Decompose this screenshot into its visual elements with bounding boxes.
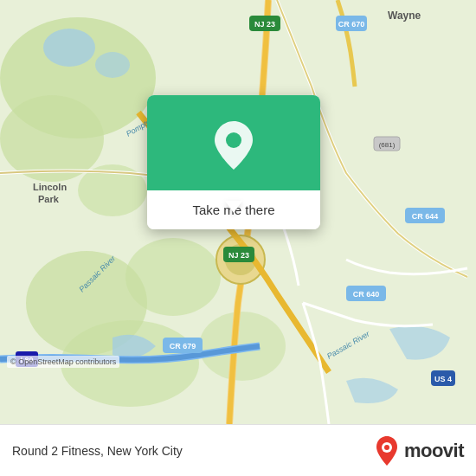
svg-text:NJ 23: NJ 23 [228, 251, 249, 260]
moovit-pin-icon [375, 435, 399, 466]
svg-text:CR 679: CR 679 [170, 342, 196, 351]
svg-text:Wayne: Wayne [388, 10, 421, 22]
moovit-logo: moovit [375, 435, 464, 466]
svg-text:CR 670: CR 670 [338, 20, 365, 29]
svg-point-2 [0, 95, 104, 182]
svg-text:CR 640: CR 640 [353, 290, 380, 299]
svg-text:Lincoln: Lincoln [33, 182, 67, 192]
popup-tail [225, 201, 242, 213]
location-pin-icon [211, 119, 256, 171]
svg-text:(681): (681) [379, 141, 396, 149]
popup-header [147, 95, 320, 190]
svg-text:NJ 23: NJ 23 [254, 20, 275, 29]
map-container: CR 670 NJ 23 NJ 23 (681) CR 644 CR 679 C… [0, 0, 476, 424]
svg-point-8 [43, 29, 95, 67]
svg-point-9 [95, 52, 130, 78]
map-attribution: © OpenStreetMap contributors [7, 356, 119, 368]
svg-point-36 [226, 132, 241, 148]
moovit-brand-text: moovit [404, 440, 464, 462]
svg-text:Park: Park [38, 194, 60, 204]
bottom-bar: Round 2 Fitness, New York City moovit [0, 424, 476, 476]
location-label: Round 2 Fitness, New York City [12, 444, 183, 458]
svg-text:CR 644: CR 644 [412, 212, 439, 221]
svg-text:US 4: US 4 [434, 375, 452, 383]
svg-point-38 [384, 445, 389, 450]
